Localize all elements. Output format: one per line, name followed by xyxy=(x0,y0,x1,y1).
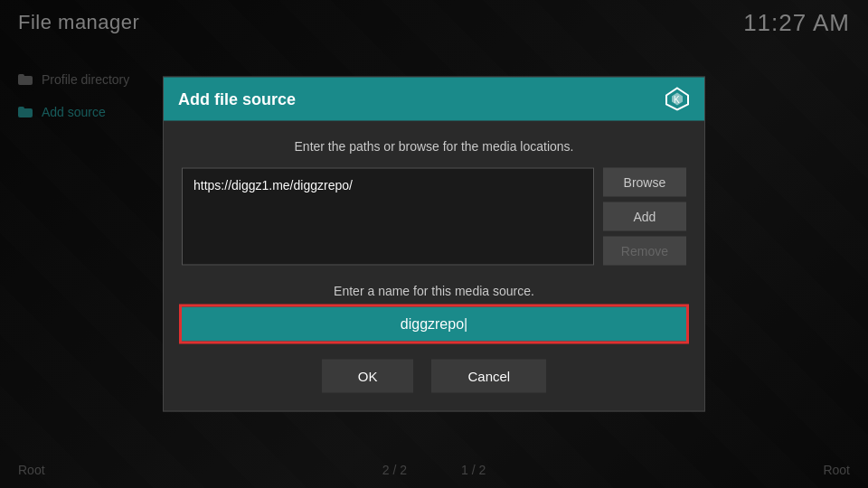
dialog-body: Enter the paths or browse for the media … xyxy=(164,121,704,411)
dialog-subtitle: Enter the paths or browse for the media … xyxy=(182,139,686,154)
name-input-wrapper xyxy=(182,307,686,342)
kodi-logo-icon: K xyxy=(665,87,690,112)
remove-button[interactable]: Remove xyxy=(603,237,686,266)
browse-button[interactable]: Browse xyxy=(603,168,686,197)
url-input[interactable]: https://diggz1.me/diggzrepo/ xyxy=(182,168,594,266)
url-input-row: https://diggz1.me/diggzrepo/ Browse Add … xyxy=(182,168,686,266)
add-file-source-dialog: Add file source K Enter the paths or bro… xyxy=(163,77,705,412)
name-label: Enter a name for this media source. xyxy=(182,284,686,298)
name-input[interactable] xyxy=(182,307,686,342)
ok-button[interactable]: OK xyxy=(322,360,414,393)
add-button[interactable]: Add xyxy=(603,202,686,231)
dialog-header: Add file source K xyxy=(164,78,704,121)
dialog-buttons: OK Cancel xyxy=(182,360,686,393)
url-value: https://diggz1.me/diggzrepo/ xyxy=(193,178,353,192)
cancel-button[interactable]: Cancel xyxy=(431,360,546,393)
side-buttons: Browse Add Remove xyxy=(603,168,686,266)
svg-text:K: K xyxy=(674,95,680,105)
dialog-title: Add file source xyxy=(178,89,296,108)
